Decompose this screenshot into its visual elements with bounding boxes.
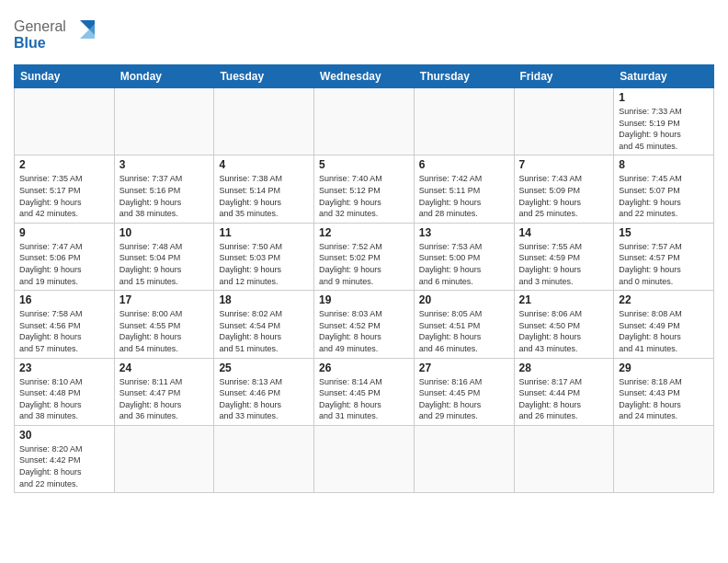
calendar-cell: 3Sunrise: 7:37 AM Sunset: 5:16 PM Daylig…: [114, 155, 214, 223]
calendar-cell: 19Sunrise: 8:03 AM Sunset: 4:52 PM Dayli…: [314, 291, 415, 358]
day-number: 26: [319, 362, 409, 374]
weekday-header-monday: Monday: [114, 65, 214, 88]
weekday-header-tuesday: Tuesday: [214, 65, 314, 88]
calendar-cell: 22Sunrise: 8:08 AM Sunset: 4:49 PM Dayli…: [614, 291, 714, 358]
day-info: Sunrise: 8:00 AM Sunset: 4:55 PM Dayligh…: [119, 308, 210, 354]
day-number: 6: [419, 158, 509, 171]
day-info: Sunrise: 7:50 AM Sunset: 5:03 PM Dayligh…: [219, 241, 309, 287]
calendar-cell: [214, 88, 314, 155]
day-number: 22: [619, 293, 709, 306]
day-info: Sunrise: 7:48 AM Sunset: 5:04 PM Dayligh…: [119, 241, 210, 287]
calendar-cell: 8Sunrise: 7:45 AM Sunset: 5:07 PM Daylig…: [614, 155, 714, 223]
calendar-cell: [314, 88, 415, 155]
day-number: 21: [519, 293, 609, 306]
week-row-3: 16Sunrise: 7:58 AM Sunset: 4:56 PM Dayli…: [15, 291, 714, 358]
day-number: 27: [419, 362, 509, 374]
calendar-cell: 11Sunrise: 7:50 AM Sunset: 5:03 PM Dayli…: [214, 223, 314, 290]
day-info: Sunrise: 7:58 AM Sunset: 4:56 PM Dayligh…: [19, 308, 109, 354]
calendar-cell: [314, 425, 415, 492]
day-info: Sunrise: 7:55 AM Sunset: 4:59 PM Dayligh…: [519, 241, 609, 287]
day-info: Sunrise: 8:20 AM Sunset: 4:42 PM Dayligh…: [19, 443, 109, 489]
week-row-0: 1Sunrise: 7:33 AM Sunset: 5:19 PM Daylig…: [15, 88, 714, 155]
day-number: 4: [219, 158, 309, 171]
day-number: 1: [619, 91, 709, 104]
day-number: 17: [119, 293, 210, 306]
day-info: Sunrise: 8:18 AM Sunset: 4:43 PM Dayligh…: [619, 376, 709, 422]
calendar-cell: 16Sunrise: 7:58 AM Sunset: 4:56 PM Dayli…: [15, 291, 115, 358]
calendar-cell: 17Sunrise: 8:00 AM Sunset: 4:55 PM Dayli…: [114, 291, 214, 358]
calendar-cell: 21Sunrise: 8:06 AM Sunset: 4:50 PM Dayli…: [514, 291, 614, 358]
calendar-cell: 26Sunrise: 8:14 AM Sunset: 4:45 PM Dayli…: [314, 358, 415, 425]
calendar-cell: 27Sunrise: 8:16 AM Sunset: 4:45 PM Dayli…: [414, 358, 514, 425]
day-info: Sunrise: 8:08 AM Sunset: 4:49 PM Dayligh…: [619, 308, 709, 354]
day-number: 12: [319, 226, 409, 239]
day-info: Sunrise: 7:37 AM Sunset: 5:16 PM Dayligh…: [119, 173, 210, 219]
logo-text: General Blue: [14, 13, 97, 57]
day-info: Sunrise: 7:47 AM Sunset: 5:06 PM Dayligh…: [19, 241, 109, 287]
header: General Blue: [14, 9, 714, 57]
day-number: 15: [619, 226, 709, 239]
calendar-cell: 30Sunrise: 8:20 AM Sunset: 4:42 PM Dayli…: [15, 425, 115, 492]
calendar-cell: 23Sunrise: 8:10 AM Sunset: 4:48 PM Dayli…: [15, 358, 115, 425]
weekday-header-wednesday: Wednesday: [314, 65, 415, 88]
day-info: Sunrise: 7:42 AM Sunset: 5:11 PM Dayligh…: [419, 173, 509, 219]
day-info: Sunrise: 7:40 AM Sunset: 5:12 PM Dayligh…: [319, 173, 409, 219]
calendar-cell: [114, 425, 214, 492]
calendar-cell: [114, 88, 214, 155]
weekday-header-sunday: Sunday: [15, 65, 115, 88]
calendar-cell: [614, 425, 714, 492]
day-info: Sunrise: 7:53 AM Sunset: 5:00 PM Dayligh…: [419, 241, 509, 287]
day-number: 28: [519, 362, 609, 374]
calendar-cell: 18Sunrise: 8:02 AM Sunset: 4:54 PM Dayli…: [214, 291, 314, 358]
calendar-cell: 25Sunrise: 8:13 AM Sunset: 4:46 PM Dayli…: [214, 358, 314, 425]
day-info: Sunrise: 7:38 AM Sunset: 5:14 PM Dayligh…: [219, 173, 309, 219]
day-info: Sunrise: 8:05 AM Sunset: 4:51 PM Dayligh…: [419, 308, 509, 354]
day-info: Sunrise: 8:13 AM Sunset: 4:46 PM Dayligh…: [219, 376, 309, 422]
day-info: Sunrise: 8:10 AM Sunset: 4:48 PM Dayligh…: [19, 376, 109, 422]
day-number: 24: [119, 362, 210, 374]
calendar-cell: [514, 425, 614, 492]
logo: General Blue: [14, 13, 97, 57]
svg-text:General: General: [14, 18, 66, 34]
day-number: 30: [19, 429, 109, 442]
calendar-cell: [414, 88, 514, 155]
calendar-cell: [214, 425, 314, 492]
day-info: Sunrise: 7:43 AM Sunset: 5:09 PM Dayligh…: [519, 173, 609, 219]
day-number: 14: [519, 226, 609, 239]
day-number: 2: [19, 158, 109, 171]
calendar-cell: 29Sunrise: 8:18 AM Sunset: 4:43 PM Dayli…: [614, 358, 714, 425]
day-number: 16: [19, 293, 109, 306]
day-number: 29: [619, 362, 709, 374]
day-info: Sunrise: 8:17 AM Sunset: 4:44 PM Dayligh…: [519, 376, 609, 422]
calendar-cell: [514, 88, 614, 155]
day-number: 5: [319, 158, 409, 171]
week-row-4: 23Sunrise: 8:10 AM Sunset: 4:48 PM Dayli…: [15, 358, 714, 425]
weekday-header-saturday: Saturday: [614, 65, 714, 88]
calendar-cell: 5Sunrise: 7:40 AM Sunset: 5:12 PM Daylig…: [314, 155, 415, 223]
calendar-cell: 4Sunrise: 7:38 AM Sunset: 5:14 PM Daylig…: [214, 155, 314, 223]
week-row-2: 9Sunrise: 7:47 AM Sunset: 5:06 PM Daylig…: [15, 223, 714, 290]
day-number: 25: [219, 362, 309, 374]
day-info: Sunrise: 8:02 AM Sunset: 4:54 PM Dayligh…: [219, 308, 309, 354]
calendar-cell: 1Sunrise: 7:33 AM Sunset: 5:19 PM Daylig…: [614, 88, 714, 155]
day-number: 7: [519, 158, 609, 171]
calendar-cell: 20Sunrise: 8:05 AM Sunset: 4:51 PM Dayli…: [414, 291, 514, 358]
day-number: 8: [619, 158, 709, 171]
calendar-cell: 24Sunrise: 8:11 AM Sunset: 4:47 PM Dayli…: [114, 358, 214, 425]
day-number: 9: [19, 226, 109, 239]
week-row-1: 2Sunrise: 7:35 AM Sunset: 5:17 PM Daylig…: [15, 155, 714, 223]
calendar-table: SundayMondayTuesdayWednesdayThursdayFrid…: [14, 64, 714, 493]
day-number: 11: [219, 226, 309, 239]
day-info: Sunrise: 7:33 AM Sunset: 5:19 PM Dayligh…: [619, 106, 709, 152]
weekday-header-row: SundayMondayTuesdayWednesdayThursdayFrid…: [15, 65, 714, 88]
day-number: 20: [419, 293, 509, 306]
calendar-cell: 13Sunrise: 7:53 AM Sunset: 5:00 PM Dayli…: [414, 223, 514, 290]
day-info: Sunrise: 7:35 AM Sunset: 5:17 PM Dayligh…: [19, 173, 109, 219]
day-info: Sunrise: 7:52 AM Sunset: 5:02 PM Dayligh…: [319, 241, 409, 287]
calendar-cell: 15Sunrise: 7:57 AM Sunset: 4:57 PM Dayli…: [614, 223, 714, 290]
day-number: 13: [419, 226, 509, 239]
weekday-header-thursday: Thursday: [414, 65, 514, 88]
calendar-cell: 9Sunrise: 7:47 AM Sunset: 5:06 PM Daylig…: [15, 223, 115, 290]
calendar-cell: [15, 88, 115, 155]
day-info: Sunrise: 8:14 AM Sunset: 4:45 PM Dayligh…: [319, 376, 409, 422]
